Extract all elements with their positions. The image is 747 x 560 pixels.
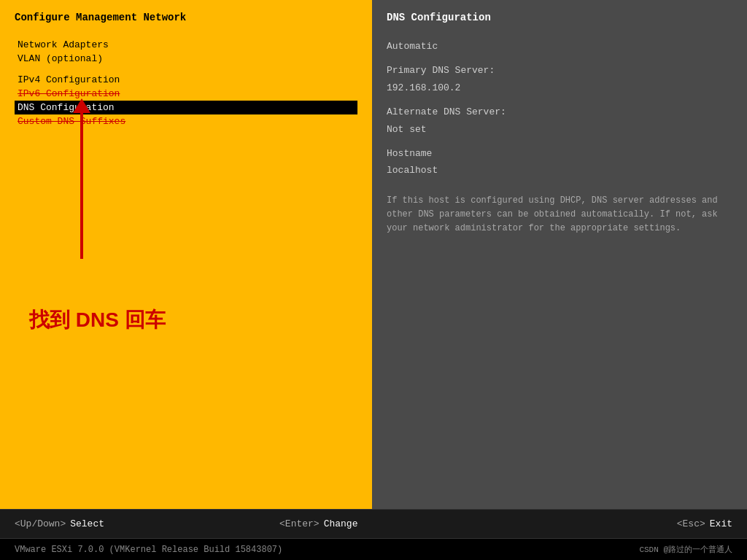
arrow-annotation — [80, 113, 83, 259]
main-container: Configure Management Network Network Ada… — [0, 0, 747, 560]
left-panel-title: Configure Management Network — [15, 12, 357, 23]
enter-action: Change — [324, 518, 358, 529]
chinese-annotation: 找到 DNS 回车 — [29, 306, 166, 334]
vmware-info: VMware ESXi 7.0.0 (VMKernel Release Buil… — [15, 545, 282, 555]
left-panel: Configure Management Network Network Ada… — [0, 0, 372, 509]
content-area: Configure Management Network Network Ada… — [0, 0, 747, 509]
right-panel: DNS Configuration Automatic Primary DNS … — [372, 0, 747, 509]
alternate-dns-section: Alternate DNS Server: Not set — [387, 104, 732, 138]
menu-item-dns[interactable]: DNS Configuration — [15, 101, 357, 114]
hostname-label: Hostname — [387, 145, 732, 162]
menu-item-ipv4[interactable]: IPv4 Configuration — [15, 73, 357, 87]
enter-key: <Enter> — [279, 518, 320, 529]
right-panel-title: DNS Configuration — [387, 12, 732, 23]
hostname-section: Hostname localhost — [387, 145, 732, 179]
alternate-dns-label: Alternate DNS Server: — [387, 104, 732, 120]
status-bar: <Up/Down> Select <Enter> Change <Esc> Ex… — [0, 509, 747, 538]
updown-action: Select — [70, 518, 104, 529]
arrow-head — [73, 98, 90, 113]
enter-status: <Enter> Change — [279, 518, 357, 529]
alternate-dns-value: Not set — [387, 121, 732, 138]
esc-action: Exit — [710, 518, 732, 529]
watermark: CSDN @路过的一个普通人 — [639, 544, 732, 555]
dns-description: If this host is configured using DHCP, D… — [387, 194, 722, 236]
primary-dns-section: Primary DNS Server: 192.168.100.2 — [387, 62, 732, 96]
menu-item-vlan[interactable]: VLAN (optional) — [15, 52, 357, 66]
esc-status: <Esc> Exit — [677, 518, 732, 529]
menu-list: Network Adapters VLAN (optional) IPv4 Co… — [15, 38, 357, 128]
primary-dns-label: Primary DNS Server: — [387, 62, 732, 79]
automatic-label: Automatic — [387, 41, 438, 52]
menu-item-custom-dns[interactable]: Custom DNS Suffixes — [15, 114, 357, 128]
menu-item-ipv6[interactable]: IPv6 Configuration — [15, 87, 357, 101]
menu-item-network-adapters[interactable]: Network Adapters — [15, 38, 357, 52]
automatic-section: Automatic — [387, 38, 732, 55]
updown-status: <Up/Down> Select — [15, 518, 104, 529]
esc-key: <Esc> — [677, 518, 705, 529]
dns-info: Automatic Primary DNS Server: 192.168.10… — [387, 38, 732, 179]
hostname-value: localhost — [387, 162, 732, 179]
primary-dns-value: 192.168.100.2 — [387, 79, 732, 96]
footer-bar: VMware ESXi 7.0.0 (VMKernel Release Buil… — [0, 538, 747, 560]
updown-key: <Up/Down> — [15, 518, 66, 529]
arrow-line — [80, 113, 83, 259]
